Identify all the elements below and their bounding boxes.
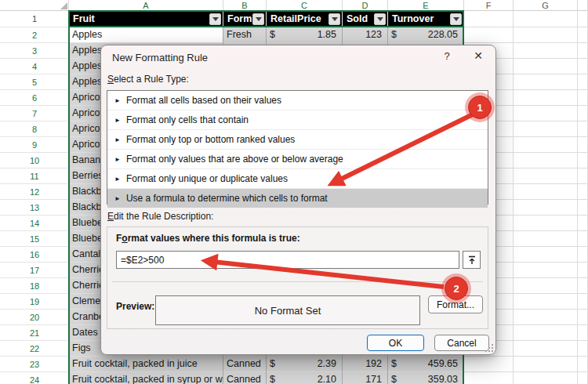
row-header-13[interactable]: 13 [0, 200, 69, 216]
cell-empty[interactable] [578, 341, 588, 357]
format-button[interactable]: Format... [428, 295, 483, 313]
cell-empty[interactable] [578, 263, 588, 278]
cell-retailprice[interactable]: $2.10 [267, 372, 343, 384]
rule-type-option-0[interactable]: ►Format all cells based on their values [107, 91, 488, 110]
cell-empty[interactable] [578, 27, 588, 43]
rule-type-option-4[interactable]: ►Format only unique or duplicate values [107, 168, 488, 188]
row-header-1[interactable]: 1 [0, 11, 69, 27]
row-header-4[interactable]: 4 [0, 59, 69, 74]
cell-empty[interactable] [464, 357, 514, 372]
column-header-B[interactable]: B [223, 0, 267, 11]
row-header-20[interactable]: 20 [0, 310, 69, 325]
cell-empty[interactable] [514, 90, 578, 106]
cell-empty[interactable] [514, 184, 578, 200]
cell-empty[interactable] [514, 74, 578, 90]
column-header-C[interactable]: C [267, 0, 343, 11]
cell-empty[interactable] [578, 74, 588, 90]
cell-empty[interactable] [578, 294, 588, 310]
cell-empty[interactable] [514, 27, 578, 43]
resize-grip[interactable] [484, 342, 493, 352]
cell-fruit[interactable]: Apples [69, 27, 223, 43]
cell-empty[interactable] [578, 43, 588, 59]
cell-empty[interactable] [578, 11, 588, 27]
cell-form[interactable]: Fresh [223, 27, 267, 43]
cell-empty[interactable] [514, 153, 578, 168]
cell-fruit[interactable]: Fruit cocktail, packed in syrup or water [69, 372, 223, 384]
filter-dropdown-icon[interactable] [374, 13, 386, 25]
row-header-15[interactable]: 15 [0, 231, 69, 247]
cell-empty[interactable] [578, 153, 588, 168]
filter-dropdown-icon[interactable] [328, 13, 340, 25]
column-header-F[interactable]: F [464, 0, 514, 11]
cell-sold[interactable]: 171 [343, 372, 388, 384]
formula-input[interactable] [116, 251, 459, 269]
cell-empty[interactable] [514, 325, 578, 341]
cell-empty[interactable] [464, 372, 514, 384]
cell-empty[interactable] [514, 278, 578, 294]
cell-empty[interactable] [514, 43, 578, 59]
cell-empty[interactable] [514, 200, 578, 216]
cell-empty[interactable] [514, 137, 578, 153]
cell-empty[interactable] [578, 325, 588, 341]
row-header-21[interactable]: 21 [0, 325, 69, 341]
cell-turnover[interactable]: $228.05 [388, 27, 464, 43]
cell-empty[interactable] [578, 247, 588, 263]
row-header-19[interactable]: 19 [0, 294, 69, 310]
row-header-24[interactable]: 24 [0, 372, 69, 384]
filter-dropdown-icon[interactable] [209, 13, 221, 25]
row-header-12[interactable]: 12 [0, 184, 69, 200]
cell-empty[interactable] [514, 11, 578, 27]
column-header-E[interactable]: E [388, 0, 464, 11]
cell-turnover[interactable]: $359.03 [388, 372, 464, 384]
cell-empty[interactable] [578, 90, 588, 106]
cell-empty[interactable] [578, 184, 588, 200]
column-header-A[interactable]: A [69, 0, 223, 11]
cell-retailprice[interactable]: $1.85 [267, 27, 343, 43]
cell-empty[interactable] [514, 121, 578, 137]
cell-empty[interactable] [514, 231, 578, 247]
filter-dropdown-icon[interactable] [450, 13, 462, 25]
cell-empty[interactable] [464, 11, 514, 27]
row-header-11[interactable]: 11 [0, 168, 69, 184]
cell-empty[interactable] [514, 106, 578, 121]
row-header-7[interactable]: 7 [0, 106, 69, 121]
cell-empty[interactable] [578, 106, 588, 121]
row-header-3[interactable]: 3 [0, 43, 69, 59]
cell-empty[interactable] [578, 121, 588, 137]
cell-empty[interactable] [514, 294, 578, 310]
row-header-16[interactable]: 16 [0, 247, 69, 263]
cell-retailprice[interactable]: $2.39 [267, 357, 343, 372]
row-header-9[interactable]: 9 [0, 137, 69, 153]
cell-empty[interactable] [514, 59, 578, 74]
cell-empty[interactable] [578, 278, 588, 294]
row-header-23[interactable]: 23 [0, 357, 69, 372]
cell-sold[interactable]: 192 [343, 357, 388, 372]
row-header-18[interactable]: 18 [0, 278, 69, 294]
help-icon[interactable]: ? [441, 50, 453, 62]
cell-form[interactable]: Canned [223, 372, 267, 384]
row-header-22[interactable]: 22 [0, 341, 69, 357]
rule-type-option-3[interactable]: ►Format only values that are above or be… [107, 149, 488, 168]
row-header-8[interactable]: 8 [0, 121, 69, 137]
column-header-G[interactable]: G [514, 0, 578, 11]
cell-empty[interactable] [514, 247, 578, 263]
cell-empty[interactable] [578, 168, 588, 184]
ok-button[interactable]: OK [367, 335, 424, 351]
cell-empty[interactable] [514, 341, 578, 357]
cell-empty[interactable] [514, 372, 578, 384]
rule-type-option-5[interactable]: ►Use a formula to determine which cells … [107, 188, 488, 208]
cell-sold[interactable]: 123 [343, 27, 388, 43]
cell-empty[interactable] [578, 200, 588, 216]
column-header-D[interactable]: D [343, 0, 388, 11]
cell-empty[interactable] [578, 372, 588, 384]
cell-empty[interactable] [514, 216, 578, 231]
row-header-17[interactable]: 17 [0, 263, 69, 278]
row-header-14[interactable]: 14 [0, 216, 69, 231]
cell-empty[interactable] [464, 27, 514, 43]
cell-form[interactable]: Canned [223, 357, 267, 372]
row-header-5[interactable]: 5 [0, 74, 69, 90]
row-header-10[interactable]: 10 [0, 153, 69, 168]
cell-empty[interactable] [578, 137, 588, 153]
cancel-button[interactable]: Cancel [434, 335, 489, 351]
close-icon[interactable]: ✕ [471, 49, 485, 62]
